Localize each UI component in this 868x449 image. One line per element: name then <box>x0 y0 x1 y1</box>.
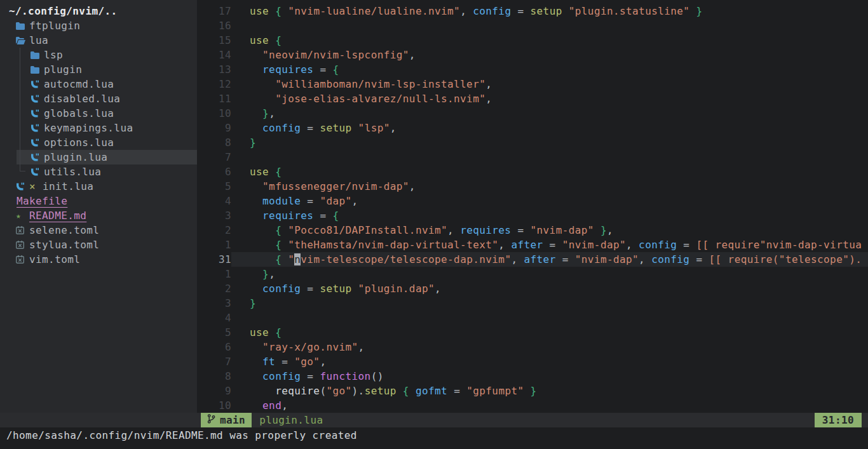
line-number: 12 <box>197 77 231 91</box>
code-line[interactable]: 7 <box>197 150 868 164</box>
code-line[interactable]: 13 requires = { <box>197 62 868 77</box>
tree-item-label: init.lua <box>43 179 93 194</box>
tree-root-path[interactable]: ~/.config/nvim/.. <box>0 4 197 18</box>
code-line[interactable]: 4 <box>197 311 868 325</box>
code-line[interactable]: 15use { <box>197 33 868 48</box>
folder-icon <box>31 51 44 59</box>
code-text <box>231 150 868 164</box>
tree-item-label: lsp <box>44 48 63 62</box>
line-number: 1 <box>197 238 231 252</box>
code-line[interactable]: 1 { "theHamsta/nvim-dap-virtual-text", a… <box>197 238 868 252</box>
line-number: 9 <box>197 121 231 135</box>
tree-item-lsp[interactable]: lsp <box>0 48 197 62</box>
code-line[interactable]: 2 { "Pocco81/DAPInstall.nvim", requires … <box>197 223 868 238</box>
tree-item-label: plugin <box>44 62 82 77</box>
code-text <box>231 18 868 33</box>
code-line[interactable]: 10 end, <box>197 398 868 413</box>
line-number: 7 <box>197 354 231 369</box>
code-text: { "Pocco81/DAPInstall.nvim", requires = … <box>231 223 868 238</box>
tree-item-label: Makefile <box>17 194 67 208</box>
tree-item-plugin[interactable]: plugin <box>0 62 197 77</box>
tree-item-label: utils.lua <box>44 164 101 179</box>
code-text: use { <box>231 164 868 179</box>
line-number: 5 <box>197 325 231 340</box>
tree-item-stylua-toml[interactable]: stylua.toml <box>0 238 197 252</box>
tree-item-globals-lua[interactable]: globals.lua <box>0 106 197 121</box>
tree-item-selene-toml[interactable]: selene.toml <box>0 223 197 238</box>
code-line[interactable]: 16 <box>197 18 868 33</box>
code-line[interactable]: 2 config = setup "plugin.dap", <box>197 281 868 296</box>
code-text: "jose-elias-alvarez/null-ls.nvim", <box>231 91 868 106</box>
tree-item-label: options.lua <box>44 135 114 150</box>
tree-item-vim-toml[interactable]: vim.toml <box>0 252 197 267</box>
tree-list: ftpluginlualsppluginautocmd.luadisabled.… <box>0 18 197 267</box>
tree-item-plugin-lua[interactable]: plugin.lua <box>0 150 197 164</box>
code-line[interactable]: 6use { <box>197 164 868 179</box>
tree-item-options-lua[interactable]: options.lua <box>0 135 197 150</box>
cursor-block: n <box>294 253 301 265</box>
code-line[interactable]: 5use { <box>197 325 868 340</box>
code-text: use { <box>231 325 868 340</box>
line-number: 16 <box>197 18 231 33</box>
tree-indent-guide <box>20 48 20 171</box>
git-branch-icon <box>207 413 215 427</box>
toml-icon <box>16 255 29 264</box>
code-line[interactable]: 8 config = function() <box>197 369 868 384</box>
code-text: use { "nvim-lualine/lualine.nvim", confi… <box>231 4 868 18</box>
code-line[interactable]: 3 requires = { <box>197 208 868 223</box>
file-tree-panel[interactable]: ~/.config/nvim/.. ftpluginlualsppluginau… <box>0 0 197 413</box>
tree-item-label: stylua.toml <box>29 238 99 252</box>
code-line[interactable]: 9 require("go").setup { gofmt = "gpfumpt… <box>197 384 868 398</box>
tree-item-ftplugin[interactable]: ftplugin <box>0 18 197 33</box>
code-line[interactable]: 17use { "nvim-lualine/lualine.nvim", con… <box>197 4 868 18</box>
code-text: config = setup "plugin.dap", <box>231 281 868 296</box>
line-number: 8 <box>197 369 231 384</box>
code-line[interactable]: 5 "mfussenegger/nvim-dap", <box>197 179 868 194</box>
tree-item-autocmd-lua[interactable]: autocmd.lua <box>0 77 197 91</box>
code-line[interactable]: 1 }, <box>197 267 868 281</box>
code-line[interactable]: 8} <box>197 135 868 150</box>
tree-item-disabled-lua[interactable]: disabled.lua <box>0 91 197 106</box>
code-line[interactable]: 7 ft = "go", <box>197 354 868 369</box>
lua-icon <box>31 138 44 147</box>
code-line[interactable]: 14 "neovim/nvim-lspconfig", <box>197 48 868 62</box>
code-editor[interactable]: 17use { "nvim-lualine/lualine.nvim", con… <box>197 0 868 413</box>
code-line[interactable]: 9 config = setup "lsp", <box>197 121 868 135</box>
line-number: 3 <box>197 208 231 223</box>
line-number: 14 <box>197 48 231 62</box>
cursor-position: 31:10 <box>815 413 862 427</box>
line-number: 3 <box>197 296 231 311</box>
code-line[interactable]: 11 "jose-elias-alvarez/null-ls.nvim", <box>197 91 868 106</box>
line-number: 6 <box>197 340 231 354</box>
line-number: 13 <box>197 62 231 77</box>
tree-item-readme-md[interactable]: ★README.md <box>0 208 197 223</box>
code-line[interactable]: 6 "ray-x/go.nvim", <box>197 340 868 354</box>
tree-item-utils-lua[interactable]: utils.lua <box>0 164 197 179</box>
code-line[interactable]: 12 "williamboman/nvim-lsp-installer", <box>197 77 868 91</box>
lua-icon <box>31 80 44 89</box>
code-text: require("go").setup { gofmt = "gpfumpt" … <box>231 384 868 398</box>
code-text: { "nvim-telescope/telescope-dap.nvim", a… <box>231 252 868 267</box>
code-text: "mfussenegger/nvim-dap", <box>231 179 868 194</box>
code-line-current[interactable]: 31 { "nvim-telescope/telescope-dap.nvim"… <box>197 252 868 267</box>
nvim-window: ~/.config/nvim/.. ftpluginlualsppluginau… <box>0 0 868 449</box>
folder-icon <box>16 22 29 30</box>
line-number: 10 <box>197 398 231 413</box>
code-line[interactable]: 4 module = "dap", <box>197 194 868 208</box>
tree-item-keymapings-lua[interactable]: keymapings.lua <box>0 121 197 135</box>
line-number: 2 <box>197 223 231 238</box>
code-text: requires = { <box>231 208 868 223</box>
line-number: 17 <box>197 4 231 18</box>
code-text: "ray-x/go.nvim", <box>231 340 868 354</box>
star-icon: ★ <box>16 208 29 223</box>
code-line[interactable]: 3} <box>197 296 868 311</box>
tree-item-lua[interactable]: lua <box>0 33 197 48</box>
tree-item-init-lua[interactable]: ×init.lua <box>0 179 197 194</box>
code-line[interactable]: 10 }, <box>197 106 868 121</box>
tree-item-makefile[interactable]: Makefile <box>0 194 197 208</box>
line-number: 7 <box>197 150 231 164</box>
code-text: config = setup "lsp", <box>231 121 868 135</box>
tree-item-label: vim.toml <box>29 252 80 267</box>
line-number: 31 <box>197 252 231 267</box>
code-lines: 17use { "nvim-lualine/lualine.nvim", con… <box>197 4 868 413</box>
